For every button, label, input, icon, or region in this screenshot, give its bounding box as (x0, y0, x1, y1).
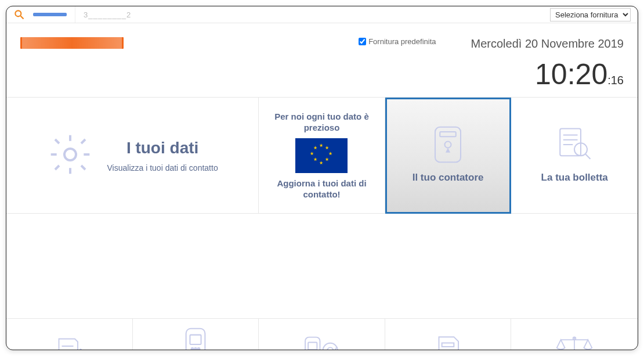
date-time: Mercoledì 20 Novembre 2019 10:20:16 (471, 37, 624, 91)
current-date: Mercoledì 20 Novembre 2019 (471, 37, 624, 51)
eu-flag-icon: ★ ★ ★ ★ ★ ★ ★ ★ (295, 138, 348, 173)
tile-your-bill[interactable]: La tua bolletta (511, 98, 638, 214)
tile-eu-data[interactable]: Per noi ogni tuo dato è prezioso ★ ★ ★ ★… (259, 98, 385, 214)
svg-point-18 (197, 348, 200, 350)
default-supply-label: Fornitura predefinita (368, 37, 436, 46)
tile-upload-documents[interactable]: Carica i tuoi documenti (385, 319, 512, 350)
current-time: 10:20:16 (471, 57, 624, 91)
phone-icon (182, 326, 209, 350)
svg-point-0 (15, 10, 21, 16)
tile-your-data-text: I tuoi dati Visualizza i tuoi dati di co… (107, 139, 218, 172)
svg-rect-6 (560, 129, 581, 156)
account-id-redacted[interactable]: 3________2 (84, 10, 131, 19)
info-row: Fornitura predefinita Mercoledì 20 Novem… (6, 23, 638, 97)
svg-rect-15 (190, 335, 201, 344)
default-supply-checkbox[interactable]: Fornitura predefinita (359, 37, 436, 46)
search-icon[interactable] (13, 9, 25, 20)
at-phone-icon (302, 333, 341, 350)
upload-doc-icon (432, 333, 464, 350)
tile-title: I tuoi dati (107, 139, 218, 157)
svg-line-11 (585, 154, 590, 159)
svg-rect-4 (440, 132, 456, 136)
bill-search-icon (555, 126, 594, 163)
svg-line-1 (21, 16, 24, 19)
tile-title: La tua bolletta (541, 171, 608, 184)
svg-point-2 (64, 149, 76, 160)
eu-bottom-text: Aggiorna i tuoi dati di contatto! (266, 178, 378, 200)
default-supply-input[interactable] (359, 38, 366, 45)
svg-point-28 (328, 347, 334, 350)
meter-icon (432, 126, 464, 163)
redacted-logo-bar (33, 13, 67, 16)
tiles-row-2: Il tuo contratto Contattaci Le tue richi… (6, 318, 638, 350)
svg-point-5 (445, 142, 451, 148)
svg-rect-22 (306, 337, 320, 350)
tile-gdpr[interactable]: GDPR GDPR i tuoi diritti (511, 319, 638, 350)
svg-rect-14 (186, 329, 205, 350)
svg-rect-23 (309, 343, 317, 350)
time-hm: 10:20 (535, 58, 607, 91)
tiles-row-1: I tuoi dati Visualizza i tuoi dati di co… (6, 97, 638, 318)
tile-title: Il tuo contatore (413, 171, 484, 184)
eu-top-text: Per noi ogni tuo dato è prezioso (266, 111, 378, 134)
tile-contact-us[interactable]: Contattaci Le tue richieste (133, 319, 259, 350)
contract-icon (52, 333, 86, 350)
tile-consent-management[interactable]: Gestione consensi (259, 319, 385, 350)
top-bar: 3________2 Seleziona fornitura (6, 6, 638, 23)
tile-subtitle: Visualizza i tuoi dati di contatto (107, 163, 218, 172)
divider (75, 6, 75, 23)
svg-point-16 (191, 348, 193, 350)
tile-your-data[interactable]: I tuoi dati Visualizza i tuoi dati di co… (6, 98, 259, 214)
tile-your-meter[interactable]: Il tuo contatore (385, 98, 512, 214)
svg-rect-29 (442, 343, 454, 347)
supply-select[interactable]: Seleziona fornitura (550, 8, 631, 21)
time-sec: :16 (607, 74, 624, 87)
scales-icon: GDPR (554, 333, 595, 350)
tile-your-contract[interactable]: Il tuo contratto (6, 319, 133, 350)
customer-name-redacted (20, 37, 124, 49)
gear-icon (47, 131, 93, 180)
dashboard-frame: 3________2 Seleziona fornitura Fornitura… (6, 6, 638, 350)
svg-point-17 (194, 348, 197, 350)
